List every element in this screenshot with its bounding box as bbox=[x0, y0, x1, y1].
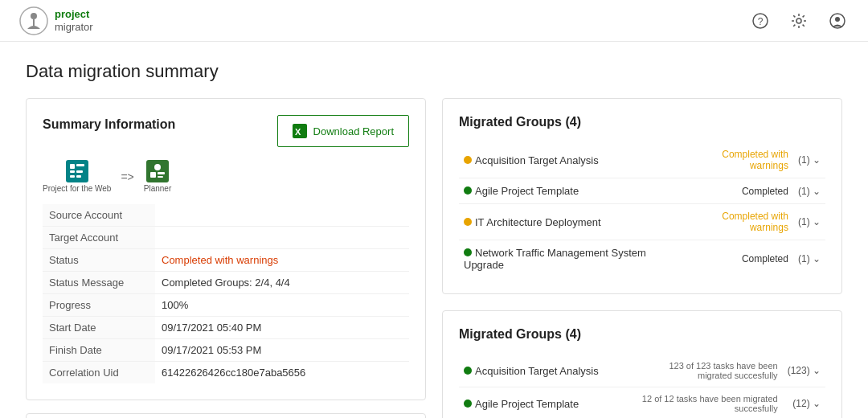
svg-point-5 bbox=[796, 18, 801, 23]
migrated-groups-bottom-card: Migrated Groups (4) Acquisition Target A… bbox=[442, 310, 842, 418]
svg-rect-13 bbox=[70, 170, 75, 173]
summary-field-value: 09/17/2021 05:40 PM bbox=[155, 317, 409, 339]
svg-point-7 bbox=[835, 17, 840, 22]
help-button[interactable]: ? bbox=[749, 10, 772, 32]
settings-card: Migration Settings and Mapping bbox=[26, 413, 426, 418]
summary-field-value bbox=[155, 227, 409, 249]
svg-rect-16 bbox=[76, 175, 81, 178]
group-status-cell: Completed bbox=[681, 178, 793, 204]
svg-rect-19 bbox=[150, 172, 156, 178]
svg-point-18 bbox=[154, 164, 161, 170]
download-label: Download Report bbox=[313, 125, 394, 137]
group-name-cell: Agile Project Template bbox=[459, 387, 635, 419]
logo-text: project migrator bbox=[55, 8, 93, 33]
summary-field-label: Progress bbox=[43, 294, 155, 317]
summary-header: Summary Information X Download Report bbox=[43, 115, 409, 147]
right-column: Migrated Groups (4) Acquisition Target A… bbox=[442, 98, 842, 418]
target-app: Planner bbox=[144, 160, 171, 193]
source-app: Project for the Web bbox=[43, 160, 111, 193]
download-report-button[interactable]: X Download Report bbox=[277, 115, 409, 147]
tasks-text-cell: 12 of 12 tasks have been migrated succes… bbox=[635, 387, 783, 419]
settings-button[interactable] bbox=[788, 10, 810, 32]
status-dot bbox=[464, 218, 472, 226]
account-icon bbox=[829, 13, 845, 29]
svg-rect-14 bbox=[76, 170, 83, 173]
group-name-cell: Network Traffic Management System Upgrad… bbox=[459, 240, 681, 278]
groups-top-table: Acquisition Target AnalysisCompleted wit… bbox=[459, 142, 825, 277]
project-web-icon bbox=[66, 160, 88, 182]
table-row[interactable]: Agile Project Template12 of 12 tasks hav… bbox=[459, 387, 825, 419]
group-status-cell: Completed with warnings bbox=[681, 142, 793, 178]
summary-field-label: Finish Date bbox=[43, 339, 155, 362]
chevron-down-icon: ⌄ bbox=[810, 186, 821, 197]
tasks-text-cell: 123 of 123 tasks have been migrated succ… bbox=[635, 354, 783, 387]
logo: project migrator bbox=[19, 6, 93, 35]
chevron-down-icon: ⌄ bbox=[810, 154, 821, 166]
svg-rect-20 bbox=[158, 172, 165, 174]
status-dot bbox=[464, 156, 472, 164]
group-count-cell: (1) ⌄ bbox=[793, 204, 825, 240]
chevron-down-icon: ⌄ bbox=[810, 216, 821, 227]
chevron-down-icon: ⌄ bbox=[810, 365, 821, 376]
group-name-cell: Acquisition Target Analysis bbox=[459, 354, 635, 387]
summary-field-value: 61422626426cc180e7aba5656 bbox=[155, 362, 409, 384]
summary-field-value: 100% bbox=[155, 294, 409, 317]
svg-rect-12 bbox=[76, 164, 84, 166]
status-dot bbox=[464, 400, 472, 408]
page-title: Data migration summary bbox=[26, 61, 842, 82]
table-row[interactable]: IT Architecture DeploymentCompleted with… bbox=[459, 204, 825, 240]
group-name-cell: Acquisition Target Analysis bbox=[459, 142, 681, 178]
excel-icon: X bbox=[293, 124, 307, 138]
migrated-groups-top-card: Migrated Groups (4) Acquisition Target A… bbox=[442, 98, 842, 294]
group-name-cell: Agile Project Template bbox=[459, 178, 681, 204]
summary-field-label: Source Account bbox=[43, 204, 155, 227]
chevron-down-icon: ⌄ bbox=[810, 253, 821, 264]
group-count-cell: (1) ⌄ bbox=[793, 240, 825, 278]
summary-field-value: Completed with warnings bbox=[155, 249, 409, 272]
account-button[interactable] bbox=[826, 10, 849, 32]
groups-bottom-table: Acquisition Target Analysis123 of 123 ta… bbox=[459, 354, 825, 418]
svg-text:?: ? bbox=[758, 16, 764, 27]
table-row[interactable]: Agile Project TemplateCompleted(1) ⌄ bbox=[459, 178, 825, 204]
status-dot bbox=[464, 367, 472, 375]
summary-table: Source AccountTarget AccountStatusComple… bbox=[43, 204, 409, 383]
planner-icon bbox=[146, 160, 169, 182]
migrated-groups-bottom-title: Migrated Groups (4) bbox=[459, 327, 825, 342]
summary-field-value: Completed Groups: 2/4, 4/4 bbox=[155, 272, 409, 294]
app-header: project migrator ? bbox=[0, 0, 868, 42]
status-dot bbox=[464, 186, 472, 195]
help-icon: ? bbox=[752, 13, 768, 29]
header-icons: ? bbox=[749, 10, 849, 32]
group-name-cell: IT Architecture Deployment bbox=[459, 204, 681, 240]
summary-field-label: Target Account bbox=[43, 227, 155, 249]
summary-title: Summary Information bbox=[43, 117, 175, 132]
summary-field-label: Start Date bbox=[43, 317, 155, 339]
summary-field-label: Correlation Uid bbox=[43, 362, 155, 384]
status-dot bbox=[464, 248, 472, 256]
group-count-cell: (123) ⌄ bbox=[783, 354, 825, 387]
svg-rect-17 bbox=[146, 160, 169, 182]
group-status-cell: Completed with warnings bbox=[681, 204, 793, 240]
summary-card: Summary Information X Download Report bbox=[26, 98, 426, 400]
summary-field-value bbox=[155, 204, 409, 227]
summary-field-value: 09/17/2021 05:53 PM bbox=[155, 339, 409, 362]
migration-path: Project for the Web => Planner bbox=[43, 160, 409, 193]
svg-text:X: X bbox=[295, 127, 301, 137]
table-row[interactable]: Acquisition Target AnalysisCompleted wit… bbox=[459, 142, 825, 178]
svg-rect-11 bbox=[70, 164, 75, 169]
logo-icon bbox=[19, 6, 48, 35]
main-content: Data migration summary Summary Informati… bbox=[0, 42, 868, 418]
svg-rect-21 bbox=[158, 176, 163, 178]
chevron-down-icon: ⌄ bbox=[810, 398, 821, 409]
table-row[interactable]: Acquisition Target Analysis123 of 123 ta… bbox=[459, 354, 825, 387]
migrated-groups-top-title: Migrated Groups (4) bbox=[459, 115, 825, 129]
svg-rect-15 bbox=[70, 175, 75, 178]
group-count-cell: (1) ⌄ bbox=[793, 142, 825, 178]
left-column: Summary Information X Download Report bbox=[26, 98, 426, 418]
gear-icon bbox=[791, 13, 807, 29]
summary-field-label: Status bbox=[43, 249, 155, 272]
content-grid: Summary Information X Download Report bbox=[26, 98, 842, 418]
group-count-cell: (1) ⌄ bbox=[793, 178, 825, 204]
group-status-cell: Completed bbox=[681, 240, 793, 278]
table-row[interactable]: Network Traffic Management System Upgrad… bbox=[459, 240, 825, 278]
